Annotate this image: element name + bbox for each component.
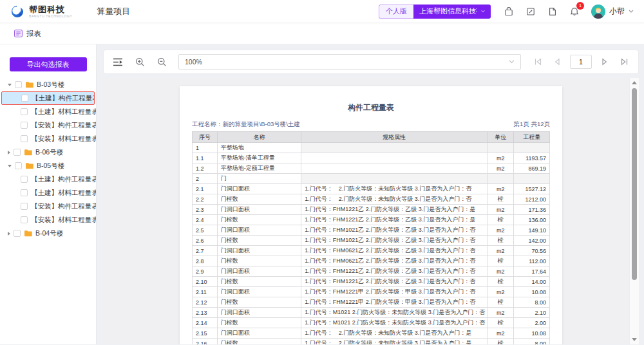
- cell-qty: 2.10: [514, 308, 550, 318]
- zoom-out-icon[interactable]: [155, 55, 168, 68]
- first-page-icon[interactable]: [531, 55, 544, 68]
- viewer-toolbar: 100%: [103, 50, 639, 74]
- checkbox[interactable]: [21, 216, 28, 223]
- tree-item-label: 【安装】构件工程量表: [31, 121, 96, 130]
- report-canvas: 构件工程量表 工程名称：新的算量项目\B-03号楼\土建 第1页 共12页 序号…: [103, 78, 639, 344]
- tree-report-item[interactable]: 【安装】构件工程量表: [0, 118, 96, 132]
- caret-right-icon[interactable]: [8, 232, 10, 236]
- cell-no: 2.5: [193, 225, 218, 236]
- tab-bar: 报表: [0, 23, 644, 44]
- cell-unit: m2: [487, 153, 514, 163]
- page-number-input[interactable]: [570, 55, 592, 69]
- tree-folder-row[interactable]: B-06号楼: [0, 145, 96, 159]
- cell-name: 门樘数: [217, 194, 301, 205]
- gift-box-icon[interactable]: [501, 4, 516, 19]
- cell-name: 平整场地-定额工程量: [217, 163, 301, 174]
- column-header: 序号: [193, 132, 218, 143]
- cell-unit: m2: [487, 328, 514, 339]
- cell-qty: 142.00: [514, 236, 550, 246]
- export-selected-reports-button[interactable]: 导出勾选报表: [10, 57, 87, 71]
- folder-icon: [24, 149, 32, 156]
- checkbox[interactable]: [21, 203, 28, 210]
- cell-name: 平整场地: [217, 143, 301, 153]
- table-row: 2.2门樘数1.门代号： 2.门防火等级：未知防火等级 3.门是否为入户门：否樘…: [193, 194, 550, 205]
- cell-spec: 1.门代号： 2.门防火等级：未知防火等级 3.门是否为入户门：是: [301, 328, 488, 339]
- table-row: 2.12门樘数1.门代号：FHM1221甲 2.门防火等级：甲级 3.门是否为入…: [193, 297, 550, 308]
- scroll-up-icon[interactable]: [632, 81, 637, 84]
- cell-no: 2.13: [193, 308, 218, 318]
- report-title: 构件工程量表: [192, 102, 550, 113]
- zoom-level-select[interactable]: 100%: [178, 54, 521, 70]
- checkbox[interactable]: [21, 135, 28, 142]
- next-page-icon[interactable]: [598, 55, 611, 68]
- table-row: 2.6门樘数1.门代号：FHM1021乙 2.门防火等级：乙级 3.门是否为入户…: [193, 236, 550, 246]
- cell-unit: 樘: [487, 318, 514, 328]
- user-menu[interactable]: 小帮: [591, 5, 634, 19]
- cell-qty: 1193.57: [514, 153, 550, 163]
- caret-down-icon[interactable]: [8, 165, 12, 167]
- tree-report-item[interactable]: 【安装】构件工程量表: [0, 200, 96, 213]
- caret-down-icon[interactable]: [8, 84, 12, 86]
- folder-icon: [25, 162, 33, 169]
- previous-page-icon[interactable]: [551, 55, 564, 68]
- page-info: 第1页 共12页: [514, 120, 551, 129]
- cell-unit: 樘: [487, 215, 514, 225]
- tree-report-item[interactable]: 【土建】构件工程量表: [0, 172, 96, 186]
- notification-badge: 1: [576, 2, 584, 10]
- cell-qty: 1527.12: [514, 184, 550, 194]
- checkbox[interactable]: [21, 189, 28, 196]
- caret-right-icon[interactable]: [8, 151, 10, 154]
- tree-report-item[interactable]: 【安装】材料工程量表: [0, 213, 96, 227]
- checkbox[interactable]: [15, 162, 22, 169]
- last-page-icon[interactable]: [618, 55, 630, 68]
- table-row: 2.4门樘数1.门代号：FHM1221乙 2.门防火等级：乙级 3.门是否为入户…: [193, 215, 550, 225]
- cell-name: 门洞口面积: [217, 205, 301, 215]
- vertical-scrollbar[interactable]: [629, 78, 639, 344]
- checkbox[interactable]: [21, 176, 28, 183]
- checkbox[interactable]: [15, 81, 22, 88]
- tree-report-item[interactable]: 【安装】材料工程量表: [0, 132, 96, 145]
- nav-item-quantity-project[interactable]: 算量项目: [97, 6, 130, 17]
- cell-spec: [301, 153, 488, 163]
- tree-item-label: 【土建】构件工程量表: [32, 94, 94, 103]
- report-page: 构件工程量表 工程名称：新的算量项目\B-03号楼\土建 第1页 共12页 序号…: [180, 86, 562, 344]
- cell-name: 门洞口面积: [217, 308, 301, 318]
- cell-unit: [487, 143, 514, 153]
- cell-unit: 樘: [487, 194, 514, 205]
- checkbox[interactable]: [21, 108, 28, 115]
- checkbox[interactable]: [14, 230, 21, 237]
- scrollbar-thumb[interactable]: [632, 88, 637, 280]
- tree-item-label: 【安装】构件工程量表: [31, 202, 96, 211]
- tree-folder-row[interactable]: B-04号楼: [0, 227, 96, 240]
- document-icon[interactable]: [545, 4, 560, 19]
- notification-bell-icon[interactable]: 1: [567, 4, 582, 19]
- company-dropdown[interactable]: 上海帮图信息科技有限...: [413, 5, 491, 19]
- cell-spec: 1.门代号： 2.门防火等级：未知防火等级 3.门是否为入户门：是: [301, 339, 488, 345]
- tree-item-label: 【土建】材料工程量表: [31, 189, 96, 198]
- scroll-down-icon[interactable]: [632, 338, 637, 341]
- cell-name: 门洞口面积: [217, 184, 301, 194]
- tree-folder-row[interactable]: B-03号楼: [0, 78, 96, 91]
- collapse-sidebar-icon[interactable]: [111, 55, 124, 68]
- cell-no: 2.2: [193, 194, 218, 205]
- column-header: 单位: [487, 132, 514, 143]
- cell-name: 门樘数: [217, 215, 301, 225]
- checkbox[interactable]: [21, 95, 28, 102]
- tree-report-item[interactable]: 【土建】材料工程量表: [0, 186, 96, 200]
- tree-report-item[interactable]: 【土建】材料工程量表: [0, 105, 96, 118]
- tab-report[interactable]: 报表: [26, 29, 41, 39]
- checkbox[interactable]: [21, 122, 28, 129]
- tree-folder-row[interactable]: B-05号楼: [0, 159, 96, 172]
- cell-qty: 869.19: [514, 163, 550, 174]
- table-row: 2.1门洞口面积1.门代号： 2.门防火等级：未知防火等级 3.门是否为入户门：…: [193, 184, 550, 194]
- cell-spec: 1.门代号：FHM1221乙 2.门防火等级：乙级 3.门是否为入户门：否: [301, 266, 488, 277]
- cell-qty: 10.08: [514, 328, 550, 339]
- plan-badge[interactable]: 个人版: [379, 5, 413, 19]
- feedback-form-icon[interactable]: [523, 4, 538, 19]
- cell-spec: 1.门代号：FHM1221甲 2.门防火等级：甲级 3.门是否为入户门：否: [301, 297, 488, 308]
- cell-unit: m2: [487, 225, 514, 236]
- cell-no: 2.1: [193, 184, 218, 194]
- tree-report-item[interactable]: 【土建】构件工程量表: [1, 91, 95, 105]
- zoom-in-icon[interactable]: [133, 55, 146, 68]
- checkbox[interactable]: [14, 149, 21, 156]
